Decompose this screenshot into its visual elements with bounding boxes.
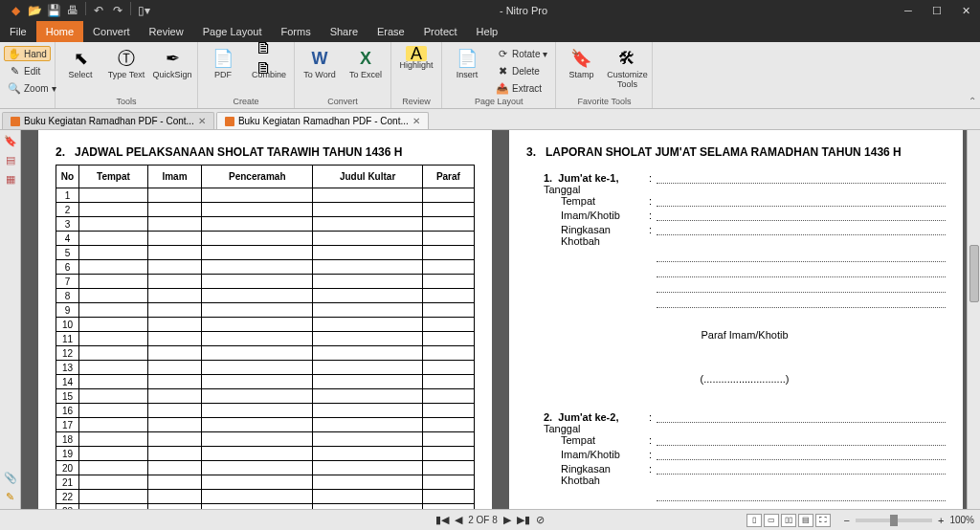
- left-page-heading: 2.JADWAL PELAKSANAAN SHOLAT TARAWIH TAHU…: [56, 145, 475, 159]
- view-fit-button[interactable]: ⛶: [815, 514, 831, 527]
- table-row: 17: [56, 418, 475, 432]
- pdf-button[interactable]: 📄PDF: [202, 44, 244, 80]
- close-icon[interactable]: ✕: [198, 116, 206, 126]
- first-page-button[interactable]: ▮◀: [435, 514, 449, 526]
- table-row: 15: [56, 389, 475, 404]
- to-excel-button[interactable]: XTo Excel: [345, 44, 387, 80]
- view-continuous-button[interactable]: ▭: [764, 514, 779, 527]
- annotations-icon[interactable]: ▦: [4, 172, 17, 186]
- zoom-in-button[interactable]: +: [938, 515, 944, 526]
- vertical-scrollbar[interactable]: [967, 130, 980, 509]
- menu-convert[interactable]: Convert: [83, 21, 140, 42]
- table-row: 19: [56, 447, 475, 461]
- menu-review[interactable]: Review: [140, 21, 193, 42]
- quicksign-button[interactable]: ✒QuickSign: [151, 44, 193, 80]
- prev-page-button[interactable]: ◀: [455, 514, 462, 526]
- right-page-heading: 3.LAPORAN SHOLAT JUM'AT SELAMA RAMADHAN …: [526, 145, 946, 159]
- save-icon[interactable]: 💾: [44, 2, 63, 19]
- ribbon-toolbar: ✋Hand ✎Edit 🔍Zoom ▾ ⬉Select ⓉType Text ✒…: [0, 42, 980, 109]
- type-text-button[interactable]: ⓉType Text: [105, 44, 147, 80]
- table-row: 4: [56, 232, 475, 246]
- zoom-out-button[interactable]: −: [844, 515, 850, 526]
- extract-button[interactable]: 📤Extract: [492, 80, 551, 96]
- pages-icon[interactable]: ▤: [4, 153, 17, 166]
- ribbon-collapse-icon[interactable]: ⌃: [969, 96, 976, 106]
- hand-icon: ✋: [8, 47, 21, 60]
- text-icon: Ⓣ: [113, 46, 140, 71]
- close-button[interactable]: ✕: [951, 0, 980, 21]
- attachments-icon[interactable]: 📎: [4, 471, 17, 484]
- schedule-table: No Tempat Imam Penceramah Judul Kultar P…: [56, 165, 475, 509]
- excel-icon: X: [352, 46, 379, 71]
- open-icon[interactable]: 📂: [25, 2, 44, 19]
- rotate-button[interactable]: ⟳Rotate ▾: [492, 46, 551, 61]
- view-facing-cont-button[interactable]: ▤: [798, 514, 813, 527]
- left-sidebar: 🔖 ▤ ▦ 📎 ✎: [0, 130, 21, 509]
- table-row: 3: [56, 217, 475, 232]
- doc-tab-1[interactable]: Buku Kegiatan Ramadhan PDF - Cont...✕: [2, 112, 214, 129]
- pdf-tab-icon: [225, 117, 234, 126]
- bookmarks-icon[interactable]: 🔖: [4, 134, 17, 147]
- menu-protect[interactable]: Protect: [414, 21, 467, 42]
- undo-icon[interactable]: ↶: [89, 2, 108, 19]
- menu-home[interactable]: Home: [36, 21, 83, 42]
- pdf-page-right: 3.LAPORAN SHOLAT JUM'AT SELAMA RAMADHAN …: [509, 130, 963, 509]
- nitro-logo-icon[interactable]: ◆: [6, 2, 25, 19]
- view-facing-button[interactable]: ▯▯: [781, 514, 796, 527]
- view-single-button[interactable]: ▯: [746, 514, 762, 527]
- redo-icon[interactable]: ↷: [108, 2, 127, 19]
- workspace: 🔖 ▤ ▦ 📎 ✎ 2.JADWAL PELAKSANAAN SHOLAT TA…: [0, 130, 980, 509]
- highlight-icon: A: [406, 46, 427, 61]
- menu-help[interactable]: Help: [467, 21, 508, 42]
- table-row: 12: [56, 346, 475, 361]
- close-icon[interactable]: ✕: [412, 116, 420, 126]
- report-item-2: 2. Jum'at ke-2, Tanggal: Tempat: Imam/Kh…: [544, 411, 946, 509]
- stamp-icon: 🔖: [568, 46, 594, 71]
- table-row: 5: [56, 246, 475, 260]
- select-button[interactable]: ⬉Select: [59, 44, 101, 80]
- menu-share[interactable]: Share: [321, 21, 368, 42]
- menu-erase[interactable]: Erase: [368, 21, 414, 42]
- quick-access-icon[interactable]: ▯▾: [134, 2, 153, 19]
- report-item-1: 1. Jum'at ke-1, Tanggal: Tempat: Imam/Kh…: [544, 172, 946, 385]
- paraf-signature: (............................): [544, 373, 946, 385]
- highlight-button[interactable]: AHighlight: [395, 44, 437, 71]
- word-icon: W: [306, 46, 333, 71]
- minimize-button[interactable]: ─: [894, 0, 923, 21]
- table-row: 20: [56, 461, 475, 475]
- menu-file[interactable]: File: [0, 21, 36, 42]
- menu-bar: File Home Convert Review Page Layout For…: [0, 21, 980, 42]
- convert-group-label: Convert: [327, 97, 358, 108]
- history-back-button[interactable]: ⊘: [536, 514, 545, 526]
- pdf-page-left: 2.JADWAL PELAKSANAAN SHOLAT TARAWIH TAHU…: [38, 130, 492, 509]
- to-word-button[interactable]: WTo Word: [299, 44, 341, 80]
- edit-tool[interactable]: ✎Edit: [4, 63, 51, 78]
- table-row: 6: [56, 260, 475, 275]
- insert-button[interactable]: 📄Insert: [446, 44, 488, 80]
- maximize-button[interactable]: ☐: [923, 0, 951, 21]
- table-row: 16: [56, 404, 475, 418]
- table-row: 7: [56, 275, 475, 289]
- scroll-thumb[interactable]: [969, 245, 979, 302]
- edit-icon: ✎: [8, 64, 21, 77]
- window-title: - Nitro Pro: [153, 5, 894, 16]
- review-group-label: Review: [402, 97, 431, 108]
- zoom-tool[interactable]: 🔍Zoom ▾: [4, 80, 51, 96]
- stamp-button[interactable]: 🔖Stamp: [560, 44, 602, 80]
- delete-icon: ✖: [496, 64, 509, 77]
- hand-tool[interactable]: ✋Hand: [4, 46, 51, 61]
- table-row: 2: [56, 203, 475, 217]
- next-page-button[interactable]: ▶: [503, 514, 511, 526]
- table-row: 8: [56, 289, 475, 303]
- delete-button[interactable]: ✖Delete: [492, 63, 551, 78]
- signature-icon: ✒: [159, 46, 186, 71]
- table-row: 22: [56, 490, 475, 504]
- customize-button[interactable]: 🛠Customize Tools: [606, 44, 648, 90]
- print-icon[interactable]: 🖶: [63, 2, 82, 19]
- table-row: 11: [56, 332, 475, 346]
- doc-tab-2[interactable]: Buku Kegiatan Ramadhan PDF - Cont...✕: [216, 112, 429, 129]
- zoom-slider[interactable]: [856, 519, 932, 522]
- last-page-button[interactable]: ▶▮: [517, 514, 530, 526]
- combine-button[interactable]: 🗎🗎Combine: [248, 44, 290, 80]
- signatures-icon[interactable]: ✎: [4, 490, 17, 503]
